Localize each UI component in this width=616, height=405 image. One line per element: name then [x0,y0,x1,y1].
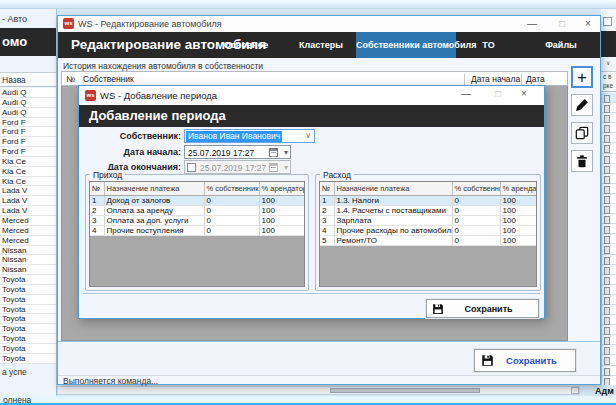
list-item: Toyota [0,354,57,364]
edge-row [601,224,616,234]
list-item: Toyota [0,285,57,295]
scrollbar-thumb[interactable] [330,388,480,393]
list-item: Audi Q [0,88,57,98]
minimize-button[interactable]: — [454,86,478,102]
table-cell: 3 [320,215,334,225]
edge-row [601,194,616,204]
add-period-dialog: ws WS - Добавление периода — □ × Добавле… [78,85,545,319]
column-header: % собственника [204,182,259,195]
table-cell: 0 [204,225,259,235]
edit-button[interactable] [571,94,593,116]
table-row[interactable]: 5Ремонт/ТО0100 [320,235,537,245]
table-row[interactable]: 1Доход от залогов0100 [90,195,305,205]
table-cell: Прочие расходы по автомобилю [334,225,452,235]
table-cell: 100 [259,205,305,215]
list-item: Toyota [0,305,57,315]
close-button[interactable]: × [512,86,536,102]
table-row[interactable]: 4Прочие поступления0100 [90,225,305,235]
table-cell: Ремонт/ТО [334,235,452,245]
table-row[interactable]: 3Зарплата0100 [320,215,537,225]
start-date-value: 25.07.2019 17:27 [188,147,254,159]
section-label: История нахождения автомобиля в собствен… [63,61,263,71]
list-item: Nissan [0,246,57,256]
list-item: Ford F [0,127,57,137]
separator [83,293,540,295]
table-row[interactable]: 3Оплата за доп. услуги0100 [90,215,305,225]
table-cell: 0 [204,195,259,205]
table-cell: 0 [452,235,500,245]
dialog-header: Добавление периода [79,105,544,127]
table-cell: Оплата за аренду [104,205,204,215]
close-button[interactable]: × [576,16,600,32]
income-group-label: Приход [90,170,125,180]
table-cell: 0 [204,215,259,225]
tab-osnovnoe[interactable]: Основное [206,32,286,58]
horizontal-scrollbar[interactable] [57,386,580,395]
expense-table: №Назначение платежа% собственника% аренд… [319,181,537,287]
tab-klastery[interactable]: Кластеры [286,32,356,58]
owners-table-header: № Собственник Дата начала Дата окончания [61,71,568,86]
end-date-checkbox[interactable] [187,163,196,172]
list-item: Merced [0,236,57,246]
table-row[interactable]: 21.4. Расчеты с поставщиками0100 [320,205,537,215]
add-button[interactable]: + [571,66,593,88]
maximize-button[interactable]: □ [486,86,510,102]
edge-row [601,143,616,153]
edge-row [601,305,616,315]
table-row[interactable]: 4Прочие расходы по автомобилю0100 [320,225,537,235]
table-cell: 1 [90,195,104,205]
table-cell: Зарплата [334,215,452,225]
tab-to[interactable]: ТО [456,32,521,58]
column-header: Назначение платежа [334,182,452,195]
save-icon [432,303,444,315]
calendar-icon [269,163,278,172]
edge-row [601,123,616,133]
dialog-save-button[interactable]: Сохранить [426,299,539,318]
list-item: Ford F [0,147,57,157]
dropdown-arrow-icon: ▾ [284,147,288,159]
maximize-icon [603,17,612,26]
background-window-title: - Авто [2,14,27,24]
owner-combobox[interactable]: Иванов Иван Иванович ∨ [184,129,315,143]
delete-button[interactable] [571,150,593,172]
edge-row [601,164,616,174]
start-date-field[interactable]: 25.07.2019 17:27 ▾ [184,145,291,159]
edge-row [601,265,616,275]
scrollbar-end-box[interactable] [571,387,579,394]
expense-group-label: Расход [320,170,354,180]
tab-fayly[interactable]: Файлы [521,32,601,58]
save-button-label: Сохранить [494,355,569,366]
background-window-left: - Авто омо Назва Audi QAudi QAudi QFord … [0,9,57,405]
background-window-top-edge [0,0,616,9]
pencil-icon [575,98,589,112]
edge-column-header: с в рке [601,71,616,92]
edge-row [601,113,616,123]
expense-group: Расход №Назначение платежа% собственника… [315,174,541,291]
table-cell: 100 [500,235,537,245]
table-row[interactable]: 2Оплата за аренду0100 [90,205,305,215]
column-header: № [90,182,104,195]
edge-row [601,376,616,385]
edge-row [601,366,616,376]
background-dark-band [601,31,616,57]
column-header-end-date: Дата окончания [521,74,567,85]
list-item: Toyota [0,334,57,344]
column-header-num: № [66,74,75,84]
table-row[interactable]: 11.3. Налоги0100 [320,195,537,205]
table-cell: Доход от залогов [104,195,204,205]
list-item: Ford F [0,118,57,128]
edge-row [601,315,616,325]
edge-row [601,93,616,103]
list-item: Lada V [0,186,57,196]
edge-row [601,285,616,295]
copy-button[interactable] [571,122,593,144]
edge-row [601,355,616,365]
edge-row [601,335,616,345]
maximize-button[interactable]: □ [550,16,574,32]
table-cell: 100 [259,195,305,205]
table-cell: 1 [320,195,334,205]
save-button[interactable]: Сохранить [474,349,576,372]
tab-sobstvenniki-avtomobilya[interactable]: Собственники автомобиля [356,32,456,58]
minimize-button[interactable]: — [520,16,544,32]
edge-row [601,214,616,224]
